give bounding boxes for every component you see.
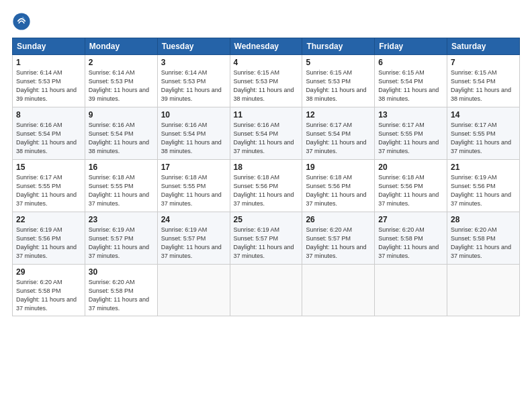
day-info: Sunrise: 6:19 AMSunset: 5:57 PMDaylight:… — [89, 226, 149, 259]
calendar-cell: 7 Sunrise: 6:15 AMSunset: 5:54 PMDayligh… — [447, 55, 520, 107]
day-number: 20 — [378, 163, 443, 172]
page: SundayMondayTuesdayWednesdayThursdayFrid… — [0, 0, 532, 411]
day-info: Sunrise: 6:20 AMSunset: 5:58 PMDaylight:… — [89, 279, 149, 312]
day-info: Sunrise: 6:15 AMSunset: 5:54 PMDaylight:… — [378, 69, 439, 102]
day-info: Sunrise: 6:20 AMSunset: 5:58 PMDaylight:… — [16, 279, 77, 312]
calendar-header-wednesday: Wednesday — [230, 38, 302, 55]
day-number: 22 — [16, 215, 81, 224]
day-info: Sunrise: 6:20 AMSunset: 5:57 PMDaylight:… — [306, 226, 366, 259]
day-number: 25 — [234, 215, 299, 224]
calendar-header-thursday: Thursday — [302, 38, 375, 55]
day-info: Sunrise: 6:14 AMSunset: 5:53 PMDaylight:… — [89, 69, 149, 102]
day-info: Sunrise: 6:15 AMSunset: 5:53 PMDaylight:… — [234, 69, 294, 102]
day-number: 30 — [89, 267, 154, 277]
calendar-cell: 25 Sunrise: 6:19 AMSunset: 5:57 PMDaylig… — [230, 212, 302, 265]
day-number: 18 — [234, 163, 299, 172]
calendar-cell: 27 Sunrise: 6:20 AMSunset: 5:58 PMDaylig… — [375, 212, 447, 265]
day-info: Sunrise: 6:16 AMSunset: 5:54 PMDaylight:… — [234, 122, 294, 154]
calendar-cell: 23 Sunrise: 6:19 AMSunset: 5:57 PMDaylig… — [85, 212, 157, 265]
day-number: 6 — [378, 58, 443, 67]
day-info: Sunrise: 6:16 AMSunset: 5:54 PMDaylight:… — [16, 122, 77, 154]
logo — [12, 12, 34, 31]
day-number: 12 — [306, 110, 371, 120]
day-number: 16 — [89, 163, 154, 172]
calendar-cell: 21 Sunrise: 6:19 AMSunset: 5:56 PMDaylig… — [447, 160, 520, 212]
day-number: 7 — [451, 58, 516, 67]
day-info: Sunrise: 6:18 AMSunset: 5:56 PMDaylight:… — [306, 174, 366, 207]
calendar-cell: 9 Sunrise: 6:16 AMSunset: 5:54 PMDayligh… — [85, 107, 157, 160]
day-info: Sunrise: 6:20 AMSunset: 5:58 PMDaylight:… — [451, 226, 511, 259]
calendar-cell: 14 Sunrise: 6:17 AMSunset: 5:55 PMDaylig… — [447, 107, 520, 160]
calendar-cell — [302, 265, 375, 316]
calendar-cell: 8 Sunrise: 6:16 AMSunset: 5:54 PMDayligh… — [13, 107, 85, 160]
calendar-week-row: 29 Sunrise: 6:20 AMSunset: 5:58 PMDaylig… — [13, 265, 520, 316]
header — [12, 12, 520, 31]
calendar-cell — [230, 265, 302, 316]
day-info: Sunrise: 6:14 AMSunset: 5:53 PMDaylight:… — [16, 69, 77, 102]
calendar-cell: 17 Sunrise: 6:18 AMSunset: 5:55 PMDaylig… — [157, 160, 230, 212]
day-info: Sunrise: 6:18 AMSunset: 5:56 PMDaylight:… — [378, 174, 439, 207]
day-number: 17 — [161, 163, 226, 172]
calendar-cell: 5 Sunrise: 6:15 AMSunset: 5:53 PMDayligh… — [302, 55, 375, 107]
day-number: 21 — [451, 163, 516, 172]
calendar-cell: 11 Sunrise: 6:16 AMSunset: 5:54 PMDaylig… — [230, 107, 302, 160]
day-info: Sunrise: 6:17 AMSunset: 5:55 PMDaylight:… — [16, 174, 77, 207]
day-info: Sunrise: 6:17 AMSunset: 5:55 PMDaylight:… — [378, 122, 439, 154]
day-info: Sunrise: 6:17 AMSunset: 5:55 PMDaylight:… — [451, 122, 511, 154]
calendar-cell: 15 Sunrise: 6:17 AMSunset: 5:55 PMDaylig… — [13, 160, 85, 212]
calendar-header-row: SundayMondayTuesdayWednesdayThursdayFrid… — [13, 38, 520, 55]
day-info: Sunrise: 6:20 AMSunset: 5:58 PMDaylight:… — [378, 226, 439, 259]
calendar-week-row: 15 Sunrise: 6:17 AMSunset: 5:55 PMDaylig… — [13, 160, 520, 212]
calendar-cell: 28 Sunrise: 6:20 AMSunset: 5:58 PMDaylig… — [447, 212, 520, 265]
day-number: 19 — [306, 163, 371, 172]
day-number: 29 — [16, 267, 81, 277]
day-info: Sunrise: 6:15 AMSunset: 5:53 PMDaylight:… — [306, 69, 366, 102]
calendar-cell: 13 Sunrise: 6:17 AMSunset: 5:55 PMDaylig… — [375, 107, 447, 160]
day-number: 2 — [89, 58, 154, 67]
calendar-cell: 6 Sunrise: 6:15 AMSunset: 5:54 PMDayligh… — [375, 55, 447, 107]
day-number: 28 — [451, 215, 516, 224]
day-info: Sunrise: 6:19 AMSunset: 5:56 PMDaylight:… — [451, 174, 511, 207]
day-number: 27 — [378, 215, 443, 224]
day-number: 24 — [161, 215, 226, 224]
day-info: Sunrise: 6:18 AMSunset: 5:56 PMDaylight:… — [234, 174, 294, 207]
calendar-cell: 24 Sunrise: 6:19 AMSunset: 5:57 PMDaylig… — [157, 212, 230, 265]
calendar-cell — [447, 265, 520, 316]
day-number: 8 — [16, 110, 81, 120]
day-info: Sunrise: 6:18 AMSunset: 5:55 PMDaylight:… — [161, 174, 222, 207]
calendar-cell: 3 Sunrise: 6:14 AMSunset: 5:53 PMDayligh… — [157, 55, 230, 107]
calendar: SundayMondayTuesdayWednesdayThursdayFrid… — [12, 38, 520, 316]
calendar-header-monday: Monday — [85, 38, 157, 55]
calendar-cell: 2 Sunrise: 6:14 AMSunset: 5:53 PMDayligh… — [85, 55, 157, 107]
calendar-header-saturday: Saturday — [447, 38, 520, 55]
day-number: 23 — [89, 215, 154, 224]
calendar-week-row: 1 Sunrise: 6:14 AMSunset: 5:53 PMDayligh… — [13, 55, 520, 107]
logo-icon — [12, 12, 31, 31]
calendar-cell: 12 Sunrise: 6:17 AMSunset: 5:54 PMDaylig… — [302, 107, 375, 160]
day-number: 4 — [234, 58, 299, 67]
day-number: 26 — [306, 215, 371, 224]
day-info: Sunrise: 6:14 AMSunset: 5:53 PMDaylight:… — [161, 69, 222, 102]
day-number: 10 — [161, 110, 226, 120]
calendar-cell: 30 Sunrise: 6:20 AMSunset: 5:58 PMDaylig… — [85, 265, 157, 316]
calendar-header-sunday: Sunday — [13, 38, 85, 55]
calendar-cell: 29 Sunrise: 6:20 AMSunset: 5:58 PMDaylig… — [13, 265, 85, 316]
calendar-cell: 20 Sunrise: 6:18 AMSunset: 5:56 PMDaylig… — [375, 160, 447, 212]
day-number: 11 — [234, 110, 299, 120]
calendar-week-row: 8 Sunrise: 6:16 AMSunset: 5:54 PMDayligh… — [13, 107, 520, 160]
day-info: Sunrise: 6:18 AMSunset: 5:55 PMDaylight:… — [89, 174, 149, 207]
day-info: Sunrise: 6:16 AMSunset: 5:54 PMDaylight:… — [89, 122, 149, 154]
day-number: 15 — [16, 163, 81, 172]
calendar-cell — [375, 265, 447, 316]
calendar-cell — [157, 265, 230, 316]
calendar-cell: 16 Sunrise: 6:18 AMSunset: 5:55 PMDaylig… — [85, 160, 157, 212]
day-number: 9 — [89, 110, 154, 120]
calendar-header-tuesday: Tuesday — [157, 38, 230, 55]
day-info: Sunrise: 6:15 AMSunset: 5:54 PMDaylight:… — [451, 69, 511, 102]
calendar-cell: 1 Sunrise: 6:14 AMSunset: 5:53 PMDayligh… — [13, 55, 85, 107]
day-info: Sunrise: 6:19 AMSunset: 5:57 PMDaylight:… — [234, 226, 294, 259]
day-info: Sunrise: 6:19 AMSunset: 5:57 PMDaylight:… — [161, 226, 222, 259]
calendar-header-friday: Friday — [375, 38, 447, 55]
calendar-cell: 10 Sunrise: 6:16 AMSunset: 5:54 PMDaylig… — [157, 107, 230, 160]
calendar-cell: 18 Sunrise: 6:18 AMSunset: 5:56 PMDaylig… — [230, 160, 302, 212]
